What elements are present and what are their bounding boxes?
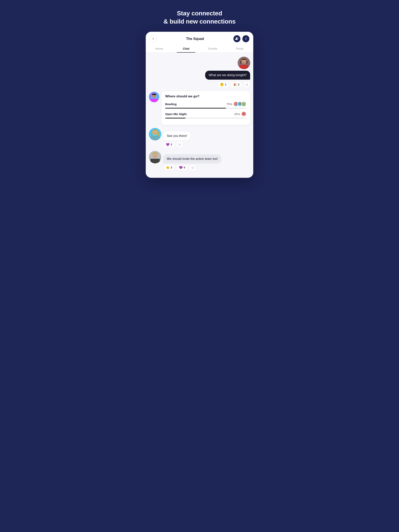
app-card: The Squad i (146, 32, 253, 178)
poll-avatar-4 (241, 111, 246, 116)
svg-point-27 (154, 152, 156, 155)
reaction-count-heart-3: 6 (184, 166, 185, 169)
avatar-woman (238, 57, 250, 69)
poll-option-openmic-header: Open Mic Night 25% (165, 111, 246, 116)
message-left-3: We should invite the action team too! 👏 … (149, 151, 250, 171)
avatar-woman-img (238, 57, 250, 69)
svg-point-22 (153, 130, 158, 135)
heart-emoji-3: 💜 (179, 166, 183, 169)
reactions-left-3: 👏 3 💜 6 ☺ (149, 164, 196, 171)
reaction-thinking[interactable]: 🤔 1 (217, 82, 229, 88)
info-button[interactable]: i (242, 35, 249, 42)
info-icon: i (245, 37, 246, 40)
message-left-2: See you there! 💜 3 ☺ (149, 128, 250, 148)
svg-point-15 (243, 103, 245, 105)
svg-rect-4 (240, 65, 248, 69)
hero-section: Stay connected& build new connections (141, 0, 258, 32)
add-reaction-button-3[interactable]: ☺ (189, 164, 196, 171)
page-wrapper: Stay connected& build new connections Th… (141, 0, 258, 532)
smiley-icon-2: ☺ (178, 143, 181, 147)
party-emoji: 🎉 (233, 83, 237, 86)
back-button[interactable] (150, 35, 157, 42)
chat-bottom-pad (146, 175, 253, 178)
reaction-heart-2[interactable]: 💜 3 (163, 142, 175, 148)
heart-emoji-2: 💜 (166, 143, 170, 146)
tabs-bar: Home Chat Events Posts (146, 44, 253, 53)
tab-posts[interactable]: Posts (226, 44, 253, 53)
svg-rect-25 (150, 159, 160, 163)
svg-rect-21 (150, 136, 160, 140)
smiley-icon-3: ☺ (191, 165, 194, 170)
poll-option-openmic-label: Open Mic Night (165, 112, 187, 116)
poll-question: Where should we go? (165, 95, 246, 98)
bubble-right-1: What are we doing tonight? (205, 71, 250, 80)
poll-option-bowling-label: Bowling (165, 102, 176, 106)
reaction-party[interactable]: 🎉 2 (231, 82, 242, 88)
msg-left-row-2: See you there! (149, 128, 191, 140)
svg-point-0 (236, 37, 237, 39)
poll-percent-bowling: 75% (226, 102, 232, 106)
people-icon (235, 37, 239, 40)
tab-home[interactable]: Home (146, 44, 173, 53)
chat-area: What are we doing tonight? 🤔 1 🎉 2 ☺ (146, 53, 253, 175)
poll-bar-track-bowling (165, 108, 246, 109)
svg-rect-12 (235, 105, 238, 107)
tab-events[interactable]: Events (200, 44, 226, 53)
reaction-count-clap-3: 3 (171, 166, 172, 169)
add-reaction-button-2[interactable]: ☺ (176, 141, 183, 148)
avatar-blonde-woman (149, 128, 161, 140)
msg-left-row-3: We should invite the action team too! (149, 151, 221, 163)
bubble-left-2: See you there! (163, 132, 191, 140)
reactions-right-1: 🤔 1 🎉 2 ☺ (217, 81, 250, 88)
poll-container: Where should we go? Bowling 75% (149, 91, 250, 125)
poll-option-bowling-right: 75% (226, 101, 246, 107)
thinking-emoji: 🤔 (220, 83, 224, 86)
poll-bar-fill-openmic (165, 118, 186, 119)
reaction-count-2: 2 (238, 83, 239, 86)
poll-bowling-avatars (233, 101, 246, 107)
poll-option-bowling[interactable]: Bowling 75% (165, 101, 246, 109)
card-inner: The Squad i (146, 32, 253, 178)
members-button[interactable] (233, 35, 240, 42)
avatar-young-man (149, 151, 161, 163)
poll-option-openmic[interactable]: Open Mic Night 25% (165, 111, 246, 119)
poll-card: Where should we go? Bowling 75% (161, 91, 250, 125)
reaction-count-1: 1 (225, 83, 226, 86)
svg-point-17 (243, 113, 245, 115)
top-bar-actions: i (233, 35, 249, 42)
svg-rect-9 (150, 99, 158, 102)
avatar-poll-sender (149, 92, 159, 102)
poll-bar-fill-bowling (165, 108, 226, 109)
reactions-left-2: 💜 3 ☺ (149, 141, 183, 148)
poll-bar-track-openmic (165, 118, 246, 119)
poll-percent-openmic: 25% (234, 112, 240, 116)
tab-chat[interactable]: Chat (173, 44, 200, 53)
svg-rect-16 (242, 105, 246, 107)
poll-avatar-3 (241, 101, 246, 107)
svg-rect-18 (242, 115, 246, 116)
svg-rect-14 (238, 105, 242, 107)
poll-option-bowling-header: Bowling 75% (165, 101, 246, 107)
bubble-left-3: We should invite the action team too! (163, 154, 221, 163)
poll-option-openmic-right: 25% (234, 111, 246, 116)
smiley-icon-1: ☺ (245, 82, 249, 87)
top-bar: The Squad i (146, 32, 253, 44)
reaction-count-heart-2: 3 (171, 143, 172, 146)
hero-title: Stay connected& build new connections (146, 9, 253, 25)
group-title: The Squad (186, 37, 204, 41)
svg-point-1 (237, 37, 238, 38)
poll-openmic-avatars (241, 111, 246, 116)
reaction-heart-3[interactable]: 💜 6 (176, 165, 188, 171)
message-right-1: What are we doing tonight? 🤔 1 🎉 2 ☺ (149, 57, 250, 88)
add-reaction-button-1[interactable]: ☺ (244, 81, 250, 88)
clap-emoji-3: 👏 (166, 166, 170, 169)
reaction-clap-3[interactable]: 👏 3 (163, 165, 175, 171)
